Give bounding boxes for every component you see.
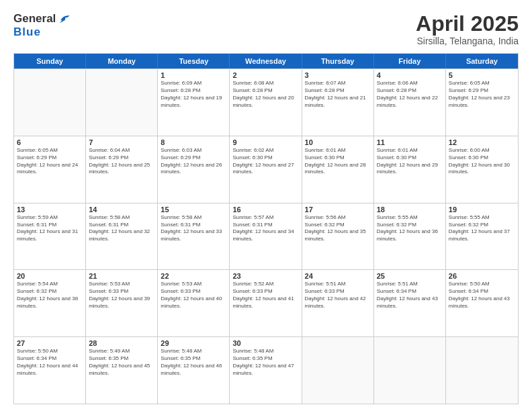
day-number: 19 [449,205,515,214]
week-row-1: 1Sunrise: 6:09 AM Sunset: 6:28 PM Daylig… [14,68,518,136]
day-number: 26 [449,272,515,280]
day-cell-10: 10Sunrise: 6:01 AM Sunset: 6:30 PM Dayli… [302,136,374,203]
empty-cell [446,337,518,404]
day-number: 7 [89,138,154,146]
cell-info: Sunrise: 5:55 AM Sunset: 6:32 PM Dayligh… [449,214,515,243]
cell-info: Sunrise: 6:01 AM Sunset: 6:30 PM Dayligh… [305,147,371,176]
cell-info: Sunrise: 6:00 AM Sunset: 6:30 PM Dayligh… [449,147,515,176]
header-day-tuesday: Tuesday [158,54,230,68]
day-number: 25 [377,272,443,280]
day-number: 6 [17,138,83,146]
day-cell-29: 29Sunrise: 5:48 AM Sunset: 6:35 PM Dayli… [158,337,230,404]
day-cell-7: 7Sunrise: 6:04 AM Sunset: 6:29 PM Daylig… [86,136,158,203]
day-number: 8 [161,138,226,146]
cell-info: Sunrise: 6:05 AM Sunset: 6:29 PM Dayligh… [17,147,83,176]
day-cell-13: 13Sunrise: 5:59 AM Sunset: 6:31 PM Dayli… [14,203,86,270]
empty-cell [86,69,158,136]
day-number: 17 [305,205,371,214]
cell-info: Sunrise: 5:50 AM Sunset: 6:34 PM Dayligh… [17,348,83,377]
day-number: 13 [17,205,83,214]
cell-info: Sunrise: 5:50 AM Sunset: 6:34 PM Dayligh… [449,281,515,310]
day-cell-27: 27Sunrise: 5:50 AM Sunset: 6:34 PM Dayli… [14,337,86,404]
cell-info: Sunrise: 5:58 AM Sunset: 6:31 PM Dayligh… [89,214,154,243]
day-cell-24: 24Sunrise: 5:51 AM Sunset: 6:33 PM Dayli… [302,270,374,336]
cell-info: Sunrise: 6:03 AM Sunset: 6:29 PM Dayligh… [161,147,226,176]
day-cell-11: 11Sunrise: 6:01 AM Sunset: 6:30 PM Dayli… [374,136,446,203]
day-number: 10 [305,138,371,146]
cell-info: Sunrise: 5:48 AM Sunset: 6:35 PM Dayligh… [161,348,226,377]
logo-general: General [13,12,56,26]
day-number: 20 [17,272,83,280]
cell-info: Sunrise: 6:08 AM Sunset: 6:28 PM Dayligh… [232,80,298,109]
day-cell-20: 20Sunrise: 5:54 AM Sunset: 6:32 PM Dayli… [14,270,86,336]
day-cell-16: 16Sunrise: 5:57 AM Sunset: 6:31 PM Dayli… [230,203,302,270]
day-cell-25: 25Sunrise: 5:51 AM Sunset: 6:34 PM Dayli… [374,270,446,336]
calendar: SundayMondayTuesdayWednesdayThursdayFrid… [13,53,519,404]
day-number: 9 [232,138,298,146]
day-number: 11 [377,138,443,146]
day-cell-18: 18Sunrise: 5:55 AM Sunset: 6:32 PM Dayli… [374,203,446,270]
cell-info: Sunrise: 6:01 AM Sunset: 6:30 PM Dayligh… [377,147,443,176]
logo-bird-icon [57,12,71,26]
empty-cell [302,337,374,404]
day-number: 16 [232,205,298,214]
cell-info: Sunrise: 5:51 AM Sunset: 6:34 PM Dayligh… [377,281,443,310]
day-number: 14 [89,205,154,214]
cell-info: Sunrise: 6:09 AM Sunset: 6:28 PM Dayligh… [161,80,226,109]
cell-info: Sunrise: 5:55 AM Sunset: 6:32 PM Dayligh… [377,214,443,243]
day-number: 30 [232,339,298,347]
cell-info: Sunrise: 6:04 AM Sunset: 6:29 PM Dayligh… [89,147,154,176]
day-number: 22 [161,272,226,280]
day-number: 24 [305,272,371,280]
day-cell-5: 5Sunrise: 6:05 AM Sunset: 6:29 PM Daylig… [446,69,518,136]
day-cell-15: 15Sunrise: 5:58 AM Sunset: 6:31 PM Dayli… [158,203,230,270]
header-day-monday: Monday [86,54,158,68]
cell-info: Sunrise: 5:49 AM Sunset: 6:35 PM Dayligh… [89,348,154,377]
day-number: 2 [232,71,298,79]
day-cell-19: 19Sunrise: 5:55 AM Sunset: 6:32 PM Dayli… [446,203,518,270]
empty-cell [374,337,446,404]
day-cell-8: 8Sunrise: 6:03 AM Sunset: 6:29 PM Daylig… [158,136,230,203]
cell-info: Sunrise: 5:59 AM Sunset: 6:31 PM Dayligh… [17,214,83,243]
day-number: 27 [17,339,83,347]
header-day-sunday: Sunday [14,54,86,68]
cell-info: Sunrise: 5:51 AM Sunset: 6:33 PM Dayligh… [305,281,371,310]
day-number: 28 [89,339,154,347]
week-row-2: 6Sunrise: 6:05 AM Sunset: 6:29 PM Daylig… [14,136,518,203]
day-number: 1 [161,71,226,79]
week-row-5: 27Sunrise: 5:50 AM Sunset: 6:34 PM Dayli… [14,336,518,404]
week-row-4: 20Sunrise: 5:54 AM Sunset: 6:32 PM Dayli… [14,269,518,336]
day-cell-14: 14Sunrise: 5:58 AM Sunset: 6:31 PM Dayli… [86,203,158,270]
cell-info: Sunrise: 5:53 AM Sunset: 6:33 PM Dayligh… [89,281,154,310]
day-cell-12: 12Sunrise: 6:00 AM Sunset: 6:30 PM Dayli… [446,136,518,203]
main-title: April 2025 [416,12,519,36]
cell-info: Sunrise: 5:58 AM Sunset: 6:31 PM Dayligh… [161,214,226,243]
header-day-wednesday: Wednesday [230,54,302,68]
cell-info: Sunrise: 6:05 AM Sunset: 6:29 PM Dayligh… [449,80,515,109]
day-number: 23 [232,272,298,280]
day-number: 29 [161,339,226,347]
empty-cell [14,69,86,136]
day-number: 5 [449,71,515,79]
day-cell-17: 17Sunrise: 5:56 AM Sunset: 6:32 PM Dayli… [302,203,374,270]
cell-info: Sunrise: 6:02 AM Sunset: 6:30 PM Dayligh… [232,147,298,176]
cell-info: Sunrise: 6:06 AM Sunset: 6:28 PM Dayligh… [377,80,443,109]
week-row-3: 13Sunrise: 5:59 AM Sunset: 6:31 PM Dayli… [14,203,518,270]
cell-info: Sunrise: 5:48 AM Sunset: 6:35 PM Dayligh… [232,348,298,377]
day-cell-2: 2Sunrise: 6:08 AM Sunset: 6:28 PM Daylig… [230,69,302,136]
day-number: 3 [305,71,371,79]
header-day-friday: Friday [374,54,446,68]
logo-blue: Blue [13,26,41,38]
day-cell-23: 23Sunrise: 5:52 AM Sunset: 6:33 PM Dayli… [230,270,302,336]
day-number: 12 [449,138,515,146]
day-cell-3: 3Sunrise: 6:07 AM Sunset: 6:28 PM Daylig… [302,69,374,136]
day-cell-28: 28Sunrise: 5:49 AM Sunset: 6:35 PM Dayli… [86,337,158,404]
day-number: 4 [377,71,443,79]
title-block: April 2025 Sirsilla, Telangana, India [416,12,519,46]
header: General Blue April 2025 Sirsilla, Telang… [13,12,519,46]
cell-info: Sunrise: 5:52 AM Sunset: 6:33 PM Dayligh… [232,281,298,310]
cell-info: Sunrise: 5:57 AM Sunset: 6:31 PM Dayligh… [232,214,298,243]
header-day-thursday: Thursday [302,54,374,68]
calendar-body: 1Sunrise: 6:09 AM Sunset: 6:28 PM Daylig… [14,68,518,404]
day-number: 18 [377,205,443,214]
